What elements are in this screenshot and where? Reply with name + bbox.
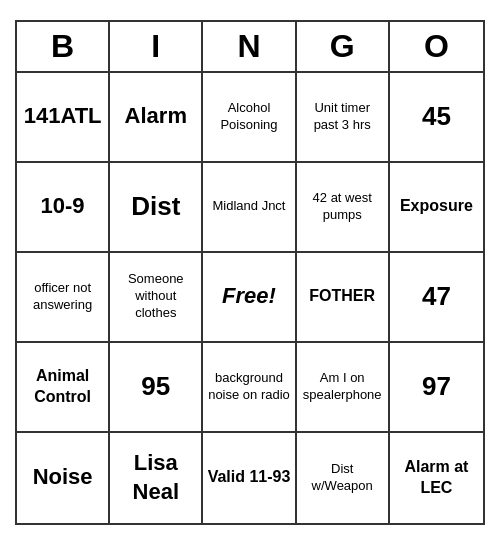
bingo-cell-23: Dist w/Weapon (297, 433, 390, 523)
bingo-cell-18: Am I on spealerphone (297, 343, 390, 433)
bingo-cell-11: Someone without clothes (110, 253, 203, 343)
bingo-cell-14: 47 (390, 253, 483, 343)
bingo-cell-7: Midland Jnct (203, 163, 296, 253)
bingo-cell-22: Valid 11-93 (203, 433, 296, 523)
bingo-cell-24: Alarm at LEC (390, 433, 483, 523)
bingo-cell-16: 95 (110, 343, 203, 433)
bingo-cell-1: Alarm (110, 73, 203, 163)
bingo-grid: 141ATLAlarmAlcohol PoisoningUnit timer p… (17, 73, 483, 523)
bingo-cell-17: background noise on radio (203, 343, 296, 433)
bingo-card: BINGO 141ATLAlarmAlcohol PoisoningUnit t… (15, 20, 485, 525)
bingo-cell-19: 97 (390, 343, 483, 433)
bingo-cell-21: Lisa Neal (110, 433, 203, 523)
bingo-cell-20: Noise (17, 433, 110, 523)
bingo-cell-6: Dist (110, 163, 203, 253)
bingo-cell-0: 141ATL (17, 73, 110, 163)
header-letter-o: O (390, 22, 483, 71)
header-letter-n: N (203, 22, 296, 71)
header-letter-g: G (297, 22, 390, 71)
bingo-header: BINGO (17, 22, 483, 73)
bingo-cell-4: 45 (390, 73, 483, 163)
bingo-cell-15: Animal Control (17, 343, 110, 433)
bingo-cell-13: FOTHER (297, 253, 390, 343)
header-letter-b: B (17, 22, 110, 71)
bingo-cell-3: Unit timer past 3 hrs (297, 73, 390, 163)
bingo-cell-9: Exposure (390, 163, 483, 253)
header-letter-i: I (110, 22, 203, 71)
bingo-cell-5: 10-9 (17, 163, 110, 253)
bingo-cell-2: Alcohol Poisoning (203, 73, 296, 163)
bingo-cell-8: 42 at west pumps (297, 163, 390, 253)
bingo-cell-10: officer not answering (17, 253, 110, 343)
bingo-cell-12: Free! (203, 253, 296, 343)
